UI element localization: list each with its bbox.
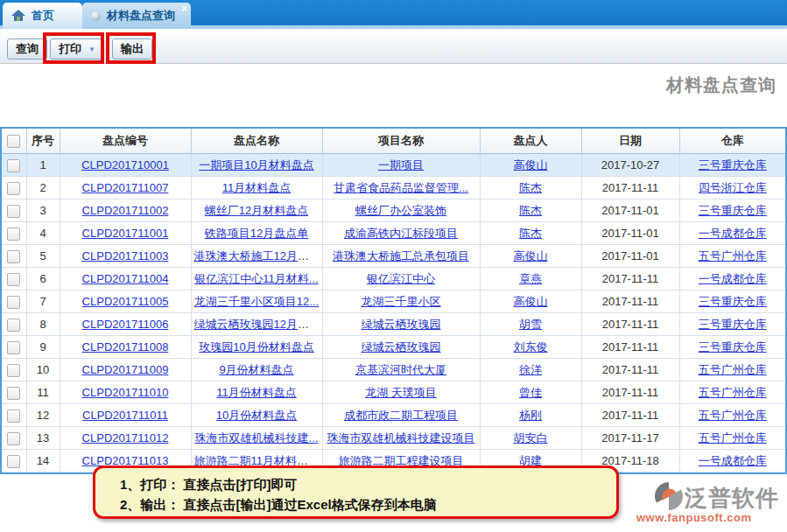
warehouse-link[interactable]: 三号重庆仓库 (699, 318, 767, 331)
warehouse-link[interactable]: 五号广州仓库 (699, 386, 767, 399)
close-icon[interactable]: × (181, 3, 187, 15)
project-name-link[interactable]: 成渝高铁内江标段项目 (344, 227, 458, 240)
warehouse-link[interactable]: 五号广州仓库 (699, 431, 767, 444)
person-link[interactable]: 刘东俊 (514, 340, 548, 354)
person-link[interactable]: 高俊山 (514, 295, 548, 308)
project-name-link[interactable]: 京基滨河时代大厦 (355, 363, 446, 376)
inventory-name-link[interactable]: 11月材料盘点 (222, 181, 292, 194)
row-checkbox[interactable] (7, 410, 20, 423)
inventory-name-link[interactable]: 银亿滨江中心11月材料... (194, 272, 318, 285)
inventory-name-link[interactable]: 绿城云栖玫瑰园12月盘点 (194, 318, 320, 331)
query-button[interactable]: 查询 (7, 38, 47, 60)
person-link[interactable]: 高俊山 (514, 249, 548, 262)
inventory-code-link[interactable]: CLPD201711009 (82, 363, 169, 376)
person-link[interactable]: 胡安白 (514, 431, 548, 444)
inventory-code-link[interactable]: CLPD201710001 (81, 158, 169, 172)
table-row[interactable]: 13CLPD201711012珠海市双雄机械科技建...珠海市双雄机械科技建设项… (2, 427, 785, 450)
print-button[interactable]: 打印 ▼ (50, 38, 104, 60)
inventory-code-link[interactable]: CLPD201711011 (82, 409, 168, 422)
row-checkbox[interactable] (7, 296, 20, 309)
tab-home[interactable]: 首页 (3, 3, 82, 29)
project-name-link[interactable]: 珠海市双雄机械科技建设项目 (327, 431, 475, 444)
inventory-code-link[interactable]: CLPD201711005 (82, 295, 169, 308)
table-row[interactable]: 3CLPD201711002螺丝厂12月材料盘点螺丝厂办公室装饰陈杰2017-1… (2, 200, 785, 222)
person-link[interactable]: 陈杰 (519, 227, 542, 240)
inventory-name-link[interactable]: 螺丝厂12月材料盘点 (205, 204, 308, 217)
table-row[interactable]: 1CLPD201710001一期项目10月材料盘点一期项目高俊山2017-10-… (2, 154, 785, 177)
inventory-code-link[interactable]: CLPD201711003 (82, 249, 169, 262)
table-row[interactable]: 4CLPD201711001铁路项目12月盘点单成渝高铁内江标段项目陈杰2017… (2, 222, 785, 245)
select-all-checkbox[interactable] (7, 135, 20, 148)
project-name-link[interactable]: 龙湖 天璞项目 (365, 386, 437, 399)
row-checkbox[interactable] (7, 432, 20, 445)
row-checkbox[interactable] (7, 318, 20, 332)
person-link[interactable]: 陈杰 (519, 181, 542, 194)
warehouse-link[interactable]: 三号重庆仓库 (699, 295, 767, 308)
inventory-name-link[interactable]: 龙湖三千里小区项目12... (194, 295, 319, 308)
inventory-code-link[interactable]: CLPD201711006 (82, 318, 169, 331)
table-row[interactable]: 2CLPD20171100711月材料盘点甘肃省食品药品监督管理...陈杰201… (2, 177, 785, 200)
person-link[interactable]: 曾佳 (519, 386, 542, 399)
warehouse-link[interactable]: 三号重庆仓库 (699, 158, 767, 172)
warehouse-link[interactable]: 一号成都仓库 (699, 227, 767, 240)
row-checkbox[interactable] (7, 182, 20, 195)
inventory-name-link[interactable]: 铁路项目12月盘点单 (205, 227, 308, 240)
project-name-link[interactable]: 绿城云栖玫瑰园 (362, 340, 441, 354)
project-name-link[interactable]: 银亿滨江中心 (367, 272, 435, 285)
row-checkbox[interactable] (7, 455, 20, 468)
export-button[interactable]: 输出 (112, 38, 152, 60)
warehouse-link[interactable]: 三号重庆仓库 (699, 340, 767, 354)
inventory-code-link[interactable]: CLPD201711008 (82, 340, 169, 354)
project-name-link[interactable]: 一期项目 (378, 158, 424, 172)
inventory-code-link[interactable]: CLPD201711012 (82, 431, 169, 444)
table-row[interactable]: 6CLPD201711004银亿滨江中心11月材料...银亿滨江中心章燕2017… (2, 268, 785, 290)
inventory-name-link[interactable]: 一期项目10月材料盘点 (199, 158, 313, 172)
project-name-link[interactable]: 甘肃省食品药品监督管理... (334, 181, 468, 194)
row-checkbox[interactable] (7, 205, 20, 218)
warehouse-link[interactable]: 一号成都仓库 (699, 272, 767, 285)
project-name-link[interactable]: 螺丝厂办公室装饰 (355, 204, 446, 217)
row-checkbox[interactable] (7, 341, 20, 354)
person-link[interactable]: 胡雪 (519, 318, 542, 331)
warehouse-link[interactable]: 五号广州仓库 (699, 363, 767, 376)
inventory-name-link[interactable]: 9月份材料盘点 (219, 363, 293, 376)
table-row[interactable]: 8CLPD201711006绿城云栖玫瑰园12月盘点绿城云栖玫瑰园胡雪2017-… (2, 313, 785, 336)
inventory-code-link[interactable]: CLPD201711010 (82, 386, 169, 399)
warehouse-link[interactable]: 一号成都仓库 (699, 454, 767, 467)
table-row[interactable]: 10CLPD2017110099月份材料盘点京基滨河时代大厦徐洋2017-11-… (2, 359, 785, 382)
warehouse-link[interactable]: 五号广州仓库 (699, 249, 767, 262)
table-row[interactable]: 12CLPD20171101110月份材料盘点成都市政二期工程项目杨刚2017-… (2, 404, 785, 427)
table-row[interactable]: 7CLPD201711005龙湖三千里小区项目12...龙湖三千里小区高俊山20… (2, 290, 785, 313)
row-checkbox[interactable] (7, 159, 20, 172)
warehouse-link[interactable]: 三号重庆仓库 (699, 204, 767, 217)
project-name-link[interactable]: 绿城云栖玫瑰园 (362, 318, 441, 331)
row-checkbox[interactable] (7, 250, 20, 263)
warehouse-link[interactable]: 五号广州仓库 (699, 409, 767, 422)
person-link[interactable]: 徐洋 (519, 363, 542, 376)
inventory-name-link[interactable]: 珠海市双雄机械科技建... (195, 431, 319, 444)
inventory-code-link[interactable]: CLPD201711004 (82, 272, 169, 285)
project-name-link[interactable]: 龙湖三千里小区 (362, 295, 441, 308)
inventory-name-link[interactable]: 玫瑰园10月份材料盘点 (199, 340, 313, 354)
row-checkbox[interactable] (7, 273, 20, 286)
row-checkbox[interactable] (7, 387, 20, 400)
table-row[interactable]: 9CLPD201711008玫瑰园10月份材料盘点绿城云栖玫瑰园刘东俊2017-… (2, 336, 785, 359)
project-name-link[interactable]: 港珠澳大桥施工总承包项目 (333, 249, 469, 262)
warehouse-link[interactable]: 四号浙江仓库 (699, 181, 767, 194)
person-link[interactable]: 章燕 (519, 272, 542, 285)
inventory-code-link[interactable]: CLPD201711002 (82, 204, 169, 217)
person-link[interactable]: 高俊山 (514, 158, 548, 172)
inventory-name-link[interactable]: 11月份材料盘点 (216, 386, 297, 399)
table-row[interactable]: 11CLPD20171101011月份材料盘点龙湖 天璞项目曾佳2017-11-… (2, 382, 785, 404)
table-row[interactable]: 5CLPD201711003港珠澳大桥施工12月盘点港珠澳大桥施工总承包项目高俊… (2, 245, 785, 268)
inventory-name-link[interactable]: 港珠澳大桥施工12月盘点 (194, 249, 320, 262)
project-name-link[interactable]: 成都市政二期工程项目 (344, 409, 458, 422)
person-link[interactable]: 杨刚 (519, 409, 542, 422)
inventory-code-link[interactable]: CLPD201711007 (82, 181, 169, 194)
row-checkbox[interactable] (7, 228, 20, 241)
row-checkbox[interactable] (7, 364, 20, 377)
person-link[interactable]: 陈杰 (519, 204, 542, 217)
tab-material-inventory-query[interactable]: 材料盘点查询 × (82, 3, 191, 29)
inventory-code-link[interactable]: CLPD201711001 (82, 227, 169, 240)
inventory-name-link[interactable]: 10月份材料盘点 (216, 409, 297, 422)
